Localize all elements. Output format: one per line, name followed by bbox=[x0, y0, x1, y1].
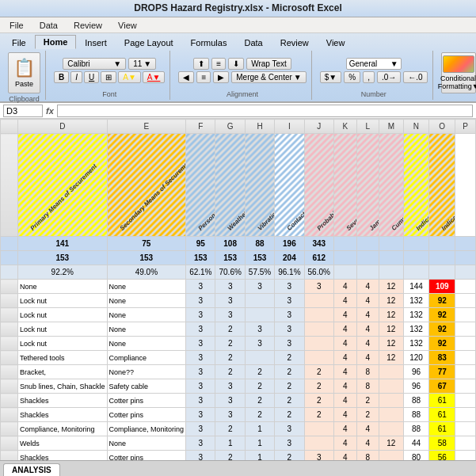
cell-j[interactable]: 3 bbox=[304, 451, 333, 461]
table-row[interactable]: Welds None 3 1 1 3 4 4 12 44 58 bbox=[1, 436, 476, 451]
cell-e[interactable]: Compliance bbox=[107, 351, 186, 365]
cell-d[interactable]: Lock nut bbox=[18, 308, 108, 322]
cell-i[interactable]: 3 bbox=[275, 280, 304, 294]
cell-m[interactable]: 12 bbox=[379, 308, 404, 322]
cell-d[interactable]: Lock nut bbox=[18, 322, 108, 337]
cell-d[interactable]: Shackles bbox=[18, 394, 108, 408]
diag-cell-m[interactable]: Cumulative Risk Score bbox=[379, 134, 404, 237]
cell-l[interactable]: 4 bbox=[356, 322, 379, 337]
tab-view[interactable]: View bbox=[318, 36, 354, 49]
cell-k[interactable]: 4 bbox=[333, 436, 356, 451]
table-row[interactable]: Lock nut None 3 2 3 3 4 4 12 132 92 bbox=[1, 322, 476, 337]
cell-d[interactable]: Shackles bbox=[18, 408, 108, 422]
pct-k[interactable] bbox=[333, 265, 356, 280]
cell-o[interactable]: 67 bbox=[429, 379, 455, 394]
cell-k[interactable]: 4 bbox=[333, 280, 356, 294]
cell-e[interactable]: None?? bbox=[107, 365, 186, 379]
cell-f[interactable]: 3 bbox=[186, 379, 215, 394]
table-row[interactable]: Snub lines, Chain, Shackle Safety cable … bbox=[1, 379, 476, 394]
cell-n[interactable]: 132 bbox=[403, 294, 429, 308]
table-row[interactable]: Lock nut None 3 3 3 4 4 12 132 92 bbox=[1, 294, 476, 308]
cell-f[interactable]: 3 bbox=[186, 436, 215, 451]
cell-f[interactable]: 3 bbox=[186, 451, 215, 461]
col-hdr-n[interactable]: N bbox=[403, 120, 429, 134]
cell-g[interactable]: 3 bbox=[215, 408, 245, 422]
cell-e[interactable]: None bbox=[107, 337, 186, 351]
diag-cell-g[interactable]: Weather Effects (1-3, M-2, L-1) bbox=[215, 134, 245, 237]
cell-n[interactable]: 132 bbox=[403, 337, 429, 351]
cell-k[interactable]: 4 bbox=[333, 365, 356, 379]
cell-n[interactable]: 88 bbox=[403, 408, 429, 422]
cell-i[interactable]: 3 bbox=[275, 436, 304, 451]
count-k[interactable] bbox=[333, 237, 356, 251]
diag-cell-i[interactable]: Contact with moving parts (1-3, M-2, L-1… bbox=[275, 134, 304, 237]
cell-j[interactable]: 2 bbox=[304, 394, 333, 408]
total-d[interactable]: 153 bbox=[18, 251, 108, 265]
cell-f[interactable]: 3 bbox=[186, 294, 215, 308]
cell-n[interactable]: 44 bbox=[403, 436, 429, 451]
pct-g[interactable]: 70.6% bbox=[215, 265, 245, 280]
cell-n[interactable]: 96 bbox=[403, 365, 429, 379]
increase-decimal-button[interactable]: .0→ bbox=[377, 71, 401, 83]
cell-l[interactable]: 4 bbox=[356, 294, 379, 308]
bold-button[interactable]: B bbox=[54, 71, 69, 83]
cell-o[interactable]: 92 bbox=[429, 294, 455, 308]
cell-m[interactable]: 12 bbox=[379, 436, 404, 451]
tab-formulas[interactable]: Formulas bbox=[182, 36, 236, 49]
cell-d[interactable]: Shackles bbox=[18, 451, 108, 461]
col-hdr-l[interactable]: L bbox=[356, 120, 379, 134]
tab-home[interactable]: Home bbox=[35, 35, 77, 49]
cell-j[interactable] bbox=[304, 322, 333, 337]
cell-k[interactable]: 4 bbox=[333, 337, 356, 351]
align-right-button[interactable]: ▶ bbox=[213, 71, 229, 83]
cell-k[interactable]: 4 bbox=[333, 322, 356, 337]
diag-cell-h[interactable]: Vibration Effects (1-3, M-2, L-1) bbox=[245, 134, 274, 237]
cell-h[interactable]: 3 bbox=[245, 337, 274, 351]
cell-m[interactable] bbox=[379, 365, 404, 379]
cell-g[interactable]: 3 bbox=[215, 308, 245, 322]
cell-n[interactable]: 132 bbox=[403, 308, 429, 322]
cell-n[interactable]: 132 bbox=[403, 322, 429, 337]
cell-e[interactable]: Cotter pins bbox=[107, 408, 186, 422]
col-hdr-g[interactable]: G bbox=[215, 120, 245, 134]
cell-m[interactable] bbox=[379, 408, 404, 422]
cell-d[interactable]: Compliance, Monitoring bbox=[18, 422, 108, 436]
col-hdr-i[interactable]: I bbox=[275, 120, 304, 134]
pct-i[interactable]: 96.1% bbox=[275, 265, 304, 280]
cell-f[interactable]: 3 bbox=[186, 308, 215, 322]
cell-l[interactable]: 4 bbox=[356, 351, 379, 365]
cell-o[interactable]: 61 bbox=[429, 408, 455, 422]
cell-h[interactable] bbox=[245, 351, 274, 365]
align-top-button[interactable]: ⬆ bbox=[193, 58, 209, 70]
cell-j[interactable] bbox=[304, 436, 333, 451]
cell-f[interactable]: 3 bbox=[186, 351, 215, 365]
col-hdr-f[interactable]: F bbox=[186, 120, 215, 134]
count-m[interactable] bbox=[379, 237, 404, 251]
col-hdr-d[interactable]: D bbox=[18, 120, 108, 134]
col-hdr-p[interactable]: P bbox=[455, 120, 476, 134]
total-f[interactable]: 153 bbox=[186, 251, 215, 265]
menu-file[interactable]: File bbox=[6, 20, 27, 31]
cell-h[interactable] bbox=[245, 308, 274, 322]
diag-cell-e[interactable]: Secondary Means of Securement bbox=[107, 134, 186, 237]
table-row[interactable]: Shackles Cotter pins 3 2 1 2 3 4 8 80 56 bbox=[1, 451, 476, 461]
count-o[interactable] bbox=[429, 237, 455, 251]
cell-f[interactable]: 3 bbox=[186, 337, 215, 351]
cell-d[interactable]: Snub lines, Chain, Shackle bbox=[18, 379, 108, 394]
cell-e[interactable]: None bbox=[107, 436, 186, 451]
cell-j[interactable]: 2 bbox=[304, 408, 333, 422]
cell-i[interactable]: 3 bbox=[275, 337, 304, 351]
cell-d[interactable]: Lock nut bbox=[18, 294, 108, 308]
font-size-dropdown[interactable]: 11▼ bbox=[128, 58, 156, 70]
cell-k[interactable]: 4 bbox=[333, 408, 356, 422]
cell-k[interactable]: 4 bbox=[333, 379, 356, 394]
align-left-button[interactable]: ◀ bbox=[178, 71, 194, 83]
cell-h[interactable] bbox=[245, 294, 274, 308]
tab-page-layout[interactable]: Page Layout bbox=[116, 36, 182, 49]
cell-h[interactable]: 1 bbox=[245, 436, 274, 451]
cell-l[interactable]: 8 bbox=[356, 379, 379, 394]
cell-f[interactable]: 3 bbox=[186, 394, 215, 408]
cell-l[interactable]: 8 bbox=[356, 451, 379, 461]
cell-i[interactable]: 3 bbox=[275, 422, 304, 436]
pct-j[interactable]: 56.0% bbox=[304, 265, 333, 280]
